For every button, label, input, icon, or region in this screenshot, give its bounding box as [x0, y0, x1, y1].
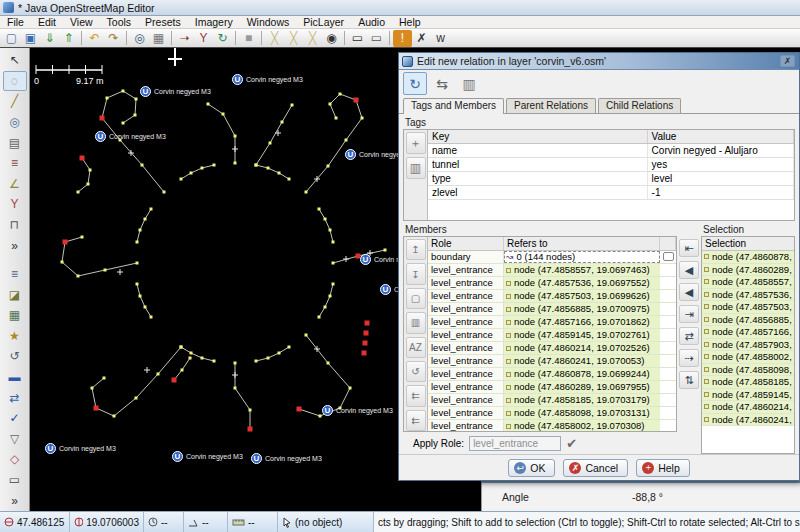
remove-selected-members-icon[interactable]: ⇢ — [679, 349, 699, 367]
delete-tool-icon[interactable]: ▤ — [3, 132, 27, 153]
member-row[interactable]: level_entrance node (47.4857166, 19.0701… — [428, 316, 676, 329]
tags-toggle-icon[interactable]: ◪ — [3, 284, 27, 305]
merge-nodes-icon[interactable]: Y — [194, 30, 213, 47]
selection-row[interactable]: node (47.4860289, 19.0697955) — [702, 264, 794, 277]
angle-tool-icon[interactable]: ∠ — [3, 174, 27, 195]
selection-row[interactable]: node (47.4858185, 19.0703179) — [702, 376, 794, 389]
menu-item[interactable]: View — [63, 16, 100, 28]
selection-row[interactable]: node (47.4857536, 19.0697552) — [702, 289, 794, 302]
conflicts-toggle-icon[interactable]: ⇄ — [3, 387, 27, 408]
validator-toggle-icon[interactable]: ✓ — [3, 408, 27, 429]
open-file-icon[interactable]: ▣ — [21, 30, 40, 47]
menu-item[interactable]: File — [0, 16, 31, 28]
move-member-down-icon[interactable]: ↧ — [406, 263, 426, 284]
selection-row[interactable]: node (47.4858557, 19.0697463) — [702, 276, 794, 289]
reverse-order-icon[interactable]: ↺ — [406, 361, 426, 382]
filter-toggle-icon[interactable]: ▽ — [3, 429, 27, 450]
history-toggle-icon[interactable]: ↺ — [3, 346, 27, 367]
selection-row[interactable]: node (47.4860241, 19.070053) — [702, 414, 794, 427]
undo-icon[interactable]: ↶ — [85, 30, 104, 47]
member-row[interactable]: level_entrance node (47.4860878, 19.0699… — [428, 368, 676, 381]
menu-item[interactable]: Edit — [31, 16, 63, 28]
sort-members-icon[interactable]: AZ — [406, 337, 426, 358]
member-row[interactable]: level_entrance node (47.4858098, 19.0703… — [428, 407, 676, 420]
redo-icon[interactable]: ↷ — [104, 30, 123, 47]
selection-row[interactable]: node (47.4860214, 19.0702526) — [702, 401, 794, 414]
ok-button[interactable]: ↩OK — [508, 459, 555, 477]
member-row[interactable]: level_entrance node (47.4858002, 19.0703… — [428, 420, 676, 431]
merge-tool-icon[interactable]: Y — [3, 194, 27, 215]
relations-toggle-icon[interactable]: ▦ — [3, 305, 27, 326]
pan-hand-icon[interactable]: ◉ — [322, 30, 341, 47]
member-row[interactable]: level_entrance node (47.4858185, 19.0703… — [428, 394, 676, 407]
dialog-close-icon[interactable]: ✗ — [780, 55, 795, 67]
member-row[interactable]: level_entrance node (47.4860241, 19.0700… — [428, 355, 676, 368]
new-layer-icon[interactable]: ▢ — [2, 30, 21, 47]
dialog-titlebar[interactable]: Edit new relation in layer 'corvin_v6.os… — [399, 53, 799, 70]
selection-row[interactable]: node (47.4858098, 19.0703131) — [702, 364, 794, 377]
menu-item[interactable]: Audio — [351, 16, 392, 28]
upload-data-icon[interactable]: ⇑ — [59, 30, 78, 47]
apply-role-input[interactable]: level_entrance — [469, 436, 561, 451]
dialog-tab[interactable]: Tags and Members — [403, 98, 504, 114]
close-tool-icon[interactable]: ✗ — [412, 30, 431, 47]
pair-selection-icon[interactable]: ⇅ — [679, 371, 699, 389]
member-row[interactable]: level_entrance node (47.4860289, 19.0697… — [428, 381, 676, 394]
select-members-icon[interactable]: ⇄ — [679, 327, 699, 345]
paste-tags-tool-icon[interactable]: ≡ — [3, 153, 27, 174]
member-row-boundary[interactable]: boundary ↝0 (144 nodes) — [428, 251, 676, 264]
download-incomplete-icon[interactable]: ⇇ — [406, 410, 426, 431]
dialog-tab[interactable]: Parent Relations — [506, 98, 596, 113]
add-selection-at-end-icon[interactable]: ⇥ — [679, 305, 699, 323]
menu-item[interactable]: Windows — [240, 16, 297, 28]
changeset-toggle-icon[interactable]: ◇ — [3, 449, 27, 470]
overflow-icon[interactable]: » — [3, 235, 27, 256]
tag-row[interactable]: zlevel -1 — [428, 186, 794, 200]
selection-row[interactable]: node (47.4857503, 19.0699626) — [702, 301, 794, 314]
sync-icon[interactable]: ↻ — [213, 30, 232, 47]
download-data-icon[interactable]: ⇓ — [40, 30, 59, 47]
tool-hammer-3-icon[interactable]: ╳ — [303, 30, 322, 47]
tape-toggle-icon[interactable]: ▭ — [3, 470, 27, 491]
duplicate-relation-icon[interactable]: ⇆ — [430, 72, 454, 95]
measure-toggle-icon[interactable]: ▬ — [3, 367, 27, 388]
tag-row[interactable]: type level — [428, 172, 794, 186]
member-row[interactable]: level_entrance node (47.4859145, 19.0702… — [428, 329, 676, 342]
bus-icon[interactable]: ▭ — [367, 30, 386, 47]
select-tool-icon[interactable]: ↖ — [3, 50, 27, 71]
tag-row[interactable]: tunnel yes — [428, 158, 794, 172]
menu-item[interactable]: Tools — [100, 16, 139, 28]
search-icon[interactable]: ◎ — [130, 30, 149, 47]
member-row[interactable]: level_entrance node (47.4857536, 19.0697… — [428, 277, 676, 290]
delete-relation-icon[interactable]: ▥ — [457, 72, 481, 95]
help-button[interactable]: ＋Help — [636, 459, 690, 477]
layers-toggle-icon[interactable]: ≡ — [3, 264, 27, 285]
member-row[interactable]: level_entrance node (47.4856885, 19.0700… — [428, 303, 676, 316]
add-selection-at-start-icon[interactable]: ⇤ — [679, 239, 699, 257]
edit-member-icon[interactable]: ▢ — [406, 288, 426, 309]
member-row[interactable]: level_entrance node (47.4857503, 19.0699… — [428, 290, 676, 303]
member-row[interactable]: level_entrance node (47.4858557, 19.0697… — [428, 264, 676, 277]
move-member-up-icon[interactable]: ↥ — [406, 239, 426, 260]
selection-row[interactable]: node (47.4857166, 19.0701862) — [702, 326, 794, 339]
dialog-tab[interactable]: Child Relations — [598, 98, 681, 113]
add-tag-icon[interactable]: ＋ — [406, 132, 426, 154]
placeholder-icon[interactable]: ■ — [239, 30, 258, 47]
warning-icon[interactable]: ! — [393, 30, 412, 47]
menu-item[interactable]: Help — [392, 16, 428, 28]
selection-row[interactable]: node (47.4856885, 19.0700975) — [702, 314, 794, 327]
draw-node-tool-icon[interactable]: ╱ — [3, 91, 27, 112]
download-members-icon[interactable]: ⇇ — [406, 385, 426, 406]
add-selection-before-icon[interactable]: ◀ — [679, 261, 699, 279]
delete-tag-icon[interactable]: ▥ — [406, 157, 426, 179]
apply-role-confirm-icon[interactable]: ✔ — [566, 436, 577, 451]
menu-item[interactable]: Presets — [138, 16, 188, 28]
menu-item[interactable]: PicLayer — [296, 16, 351, 28]
lasso-tool-icon[interactable]: ◌ — [3, 71, 27, 92]
car-icon[interactable]: ▭ — [348, 30, 367, 47]
apply-changes-icon[interactable]: ↻ — [403, 72, 427, 95]
cancel-button[interactable]: ✗Cancel — [563, 459, 628, 477]
tool-hammer-2-icon[interactable]: ╳ — [284, 30, 303, 47]
overflow2-icon[interactable]: » — [3, 490, 27, 511]
selection-row[interactable]: node (47.4857903, 19.0703037) — [702, 339, 794, 352]
